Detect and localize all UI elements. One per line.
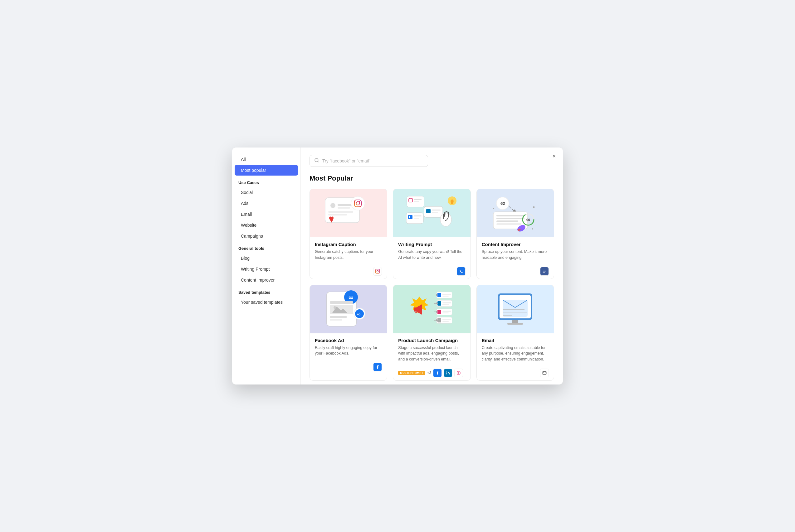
card-title-email: Email [482,338,549,343]
sidebar-item-blog[interactable]: Blog [235,253,298,264]
sidebar-item-website[interactable]: Website [235,220,298,230]
svg-rect-76 [442,312,449,314]
card-image-product [393,285,470,334]
card-title-product: Product Launch Campaign [398,338,465,343]
svg-point-2 [330,203,335,208]
svg-point-7 [351,196,365,210]
card-title-instagram: Instagram Caption [315,242,382,247]
plus-badge: +3 [427,371,431,375]
sidebar-section-use-cases: Use Cases [232,176,300,187]
svg-rect-38 [496,218,524,219]
sidebar-item-social[interactable]: Social [235,187,298,198]
card-footer-email [477,366,554,380]
search-icon [314,158,319,164]
card-footer-writing [393,264,470,279]
svg-rect-78 [438,318,441,322]
card-title-facebook: Facebook Ad [315,338,382,343]
svg-rect-71 [442,302,451,303]
card-title-content: Content Improver [482,242,549,247]
sidebar-section-saved-templates: Saved templates [232,286,300,297]
card-desc-product: Stage a successful product launch with i… [398,345,465,362]
card-body-facebook: Facebook Ad Easily craft highly engaging… [310,334,387,360]
sidebar-item-your-saved-templates[interactable]: Your saved templates [235,297,298,307]
svg-rect-26 [414,218,419,218]
svg-point-47 [533,206,535,208]
search-bar [310,155,428,167]
svg-rect-60 [330,319,342,321]
svg-point-12 [377,270,378,272]
section-title: Most Popular [310,174,554,183]
svg-rect-70 [438,301,441,306]
card-product-launch[interactable]: Product Launch Campaign Stage a successf… [393,285,470,381]
card-image-content: 62 90 [477,189,554,237]
svg-rect-79 [442,319,451,320]
sidebar-item-writing-prompt[interactable]: Writing Prompt [235,264,298,274]
svg-rect-51 [543,272,545,272]
sidebar-item-most-popular[interactable]: Most popular [235,165,298,175]
svg-point-89 [460,372,460,372]
sidebar-item-content-improver[interactable]: Content Improver [235,275,298,285]
svg-rect-50 [543,271,546,271]
card-title-writing: Writing Prompt [398,242,465,247]
card-desc-instagram: Generate catchy captions for your Instag… [315,249,382,261]
card-body-email: Email Create captivating emails suitable… [477,334,554,366]
svg-rect-74 [438,310,441,314]
sidebar-item-campaigns[interactable]: Campaigns [235,231,298,241]
linkedin-footer-icon [444,368,452,377]
svg-rect-21 [432,212,438,213]
svg-rect-6 [328,214,347,215]
sidebar-item-email[interactable]: Email [235,209,298,220]
svg-point-13 [378,270,379,270]
email-footer-icon [540,368,549,377]
instagram-icon [373,267,382,276]
card-email[interactable]: Email Create captivating emails suitable… [477,285,554,381]
svg-rect-93 [507,323,523,325]
search-input[interactable] [322,158,423,164]
card-footer-product: MULTI-PROMPT +3 [393,366,470,380]
card-body-content: Content Improver Spruce up your content.… [477,237,554,264]
svg-point-86 [446,372,447,372]
svg-point-88 [458,372,459,374]
card-footer-content [477,264,554,279]
facebook-icon [373,363,382,372]
modal: × All Most popular Use Cases Social Ads … [232,148,563,384]
svg-rect-39 [496,221,518,222]
card-body-writing: Writing Prompt Generate any copy you wan… [393,237,470,264]
svg-rect-75 [442,310,451,312]
facebook-footer-icon [433,368,442,377]
card-desc-writing: Generate any copy you want! Tell the AI … [398,249,465,261]
card-desc-content: Spruce up your content. Make it more rea… [482,249,549,261]
svg-rect-49 [543,270,546,270]
svg-point-48 [532,228,533,229]
svg-rect-40 [496,223,521,225]
sidebar-item-ads[interactable]: Ads [235,198,298,209]
svg-rect-80 [442,321,449,322]
svg-point-0 [315,158,318,162]
card-footer-instagram [310,264,387,279]
svg-point-58 [334,306,336,309]
svg-rect-66 [438,293,441,297]
svg-rect-16 [414,199,422,200]
svg-rect-20 [432,210,441,210]
card-writing-prompt[interactable]: f [393,189,470,279]
instagram-footer-icon [454,368,463,377]
svg-rect-17 [414,201,419,202]
cards-grid: Instagram Caption Generate catchy captio… [310,189,554,381]
card-image-writing: f [393,189,470,237]
card-image-instagram [310,189,387,237]
svg-text:∞: ∞ [349,293,353,301]
card-body-product: Product Launch Campaign Stage a successf… [393,334,470,366]
sidebar-item-all[interactable]: All [235,154,298,165]
card-content-improver[interactable]: 62 90 [477,189,554,279]
card-instagram-caption[interactable]: Instagram Caption Generate catchy captio… [310,189,387,279]
svg-rect-72 [442,304,449,305]
list-icon [540,267,549,276]
svg-rect-87 [457,372,460,375]
card-desc-facebook: Easily craft highly engaging copy for yo… [315,345,382,357]
sidebar: All Most popular Use Cases Social Ads Em… [232,148,301,384]
card-facebook-ad[interactable]: ∞ ∞ Fa [310,285,387,381]
svg-point-46 [493,208,494,209]
svg-rect-68 [442,296,449,297]
close-button[interactable]: × [550,152,558,160]
svg-text:∞: ∞ [357,311,360,317]
